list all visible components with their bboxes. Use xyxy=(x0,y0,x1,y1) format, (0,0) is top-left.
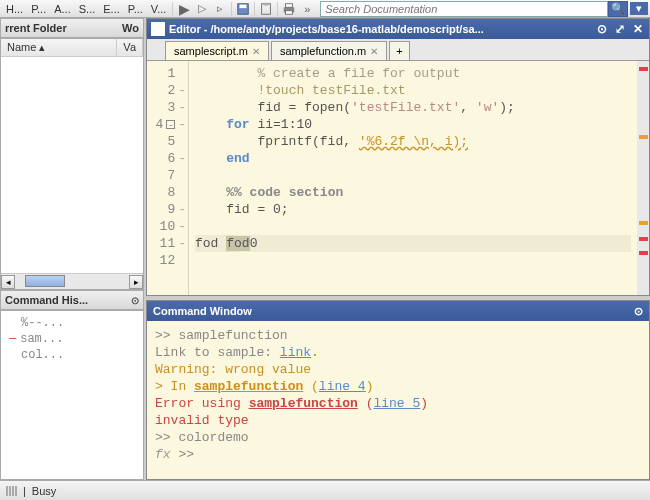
cmd-link[interactable]: line 5 xyxy=(373,396,420,411)
print-icon[interactable] xyxy=(280,1,298,17)
error-marker[interactable] xyxy=(639,237,648,241)
step-icon[interactable]: ▷ xyxy=(193,1,211,17)
command-window-header: Command Window ⊙ xyxy=(147,301,649,321)
cmd-line: Warning: wrong value xyxy=(155,361,641,378)
gutter: 1 -2 -3 -4 - -5 -6 -7 -8 -9 -10 -11 -12 … xyxy=(147,61,189,295)
run-icon[interactable]: ▶ xyxy=(175,1,193,17)
tab-close-icon[interactable]: ✕ xyxy=(370,46,378,57)
editor-dropdown-icon[interactable]: ⊙ xyxy=(595,22,609,36)
editor-tabs: samplescript.m✕samplefunction.m✕+ xyxy=(147,39,649,61)
history-title: Command His... xyxy=(5,294,88,306)
history-dropdown-icon[interactable]: ⊙ xyxy=(131,295,139,306)
command-window-body[interactable]: >> samplefunctionLink to sample: link.Wa… xyxy=(147,321,649,479)
hscrollbar[interactable]: ◂ ▸ xyxy=(1,273,143,289)
editor-close-icon[interactable]: ✕ xyxy=(631,22,645,36)
svg-rect-5 xyxy=(286,3,293,7)
status-text: Busy xyxy=(32,485,56,497)
warning-marker[interactable] xyxy=(639,135,648,139)
menu-item[interactable]: P... xyxy=(124,2,147,16)
cmd-line: Error using samplefunction (line 5) xyxy=(155,395,641,412)
folder-body xyxy=(1,57,143,273)
tab-close-icon[interactable]: ✕ xyxy=(252,46,260,57)
save-icon[interactable] xyxy=(234,1,252,17)
editor-doc-icon xyxy=(151,22,165,36)
advance-icon[interactable]: ▹ xyxy=(211,1,229,17)
workspace-tab[interactable]: Wo xyxy=(122,22,139,34)
editor-tab[interactable]: samplefunction.m✕ xyxy=(271,41,387,60)
history-item[interactable]: —sam... xyxy=(5,331,139,347)
scroll-left-icon[interactable]: ◂ xyxy=(1,275,15,289)
cmd-line: > In samplefunction (line 4) xyxy=(155,378,641,395)
more-icon[interactable]: » xyxy=(298,1,316,17)
cmd-link[interactable]: line 4 xyxy=(319,379,366,394)
statusbar: | Busy xyxy=(0,480,650,500)
clipboard-icon[interactable] xyxy=(257,1,275,17)
command-window-pane: Command Window ⊙ >> samplefunctionLink t… xyxy=(146,300,650,480)
cmd-line: Link to sample: link. xyxy=(155,344,641,361)
cmd-line: invalid type xyxy=(155,412,641,429)
layout-dropdown[interactable]: ▾ xyxy=(630,2,648,15)
new-tab-button[interactable]: + xyxy=(389,41,409,60)
svg-rect-6 xyxy=(286,10,293,14)
svg-rect-1 xyxy=(240,4,247,8)
editor-undock-icon[interactable]: ⤢ xyxy=(613,22,627,36)
col-name[interactable]: Name ▴ xyxy=(1,39,117,56)
command-window-title: Command Window xyxy=(153,305,252,317)
history-header: Command His... ⊙ xyxy=(0,290,144,310)
menu-item[interactable]: S... xyxy=(75,2,100,16)
search-input[interactable] xyxy=(320,1,608,17)
search-box: 🔍 xyxy=(320,1,628,17)
cmd-line: >> samplefunction xyxy=(155,327,641,344)
menu-item[interactable]: A... xyxy=(50,2,75,16)
cmd-link[interactable]: link xyxy=(280,345,311,360)
col-value[interactable]: Va xyxy=(117,39,143,56)
busy-bars-icon xyxy=(6,486,17,496)
history-pane: %--...—sam...col... xyxy=(0,310,144,480)
scroll-right-icon[interactable]: ▸ xyxy=(129,275,143,289)
current-folder-header: rrent Folder Wo xyxy=(0,18,144,38)
editor-title: Editor - /home/andy/projects/base16-matl… xyxy=(169,23,591,35)
current-folder-pane: Name ▴ Va ◂ ▸ xyxy=(0,38,144,290)
cmd-dropdown-icon[interactable]: ⊙ xyxy=(634,305,643,318)
scroll-thumb[interactable] xyxy=(25,275,65,287)
fx-prompt[interactable]: fx xyxy=(155,447,171,462)
svg-rect-3 xyxy=(264,2,269,5)
marker-strip[interactable] xyxy=(637,61,649,295)
error-marker[interactable] xyxy=(639,251,648,255)
menu-item[interactable]: E... xyxy=(99,2,124,16)
editor-pane: Editor - /home/andy/projects/base16-matl… xyxy=(146,18,650,296)
menubar: H...P...A...S...E...P...V... ▶ ▷ ▹ » 🔍 ▾ xyxy=(0,0,650,18)
code-body[interactable]: % create a file for output !touch testFi… xyxy=(189,61,637,295)
error-marker[interactable] xyxy=(639,67,648,71)
history-item[interactable]: %--... xyxy=(5,315,139,331)
editor-header: Editor - /home/andy/projects/base16-matl… xyxy=(147,19,649,39)
menu-item[interactable]: H... xyxy=(2,2,27,16)
search-button[interactable]: 🔍 xyxy=(608,1,628,17)
history-item[interactable]: col... xyxy=(5,347,139,363)
cmd-line: >> colordemo xyxy=(155,429,641,446)
menu-item[interactable]: V... xyxy=(147,2,171,16)
warning-marker[interactable] xyxy=(639,221,648,225)
editor-tab[interactable]: samplescript.m✕ xyxy=(165,41,269,60)
menu-item[interactable]: P... xyxy=(27,2,50,16)
folder-title: rrent Folder xyxy=(5,22,67,34)
